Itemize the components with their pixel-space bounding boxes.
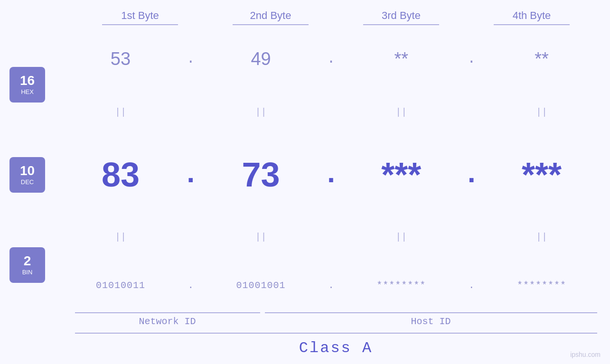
bin-b1: 01010011 <box>73 280 168 291</box>
dec-row: 83 . 73 . *** . *** <box>66 155 596 194</box>
bin-sep-1: . <box>181 280 200 291</box>
hex-sep-1: . <box>181 51 200 67</box>
bracket-2 <box>218 24 323 25</box>
eq1-b2: || <box>214 107 309 118</box>
class-bracket-line <box>75 333 597 334</box>
dec-b2: 73 <box>214 155 309 194</box>
eq1-b1: || <box>73 107 168 118</box>
network-host-labels: Network ID Host ID <box>75 316 597 327</box>
bracket-1 <box>88 24 192 25</box>
equals-row-1: || || || || <box>66 107 596 118</box>
hex-b1: 53 <box>73 49 168 69</box>
bottom-bracket-lines <box>75 312 597 313</box>
byte-1-label: 1st Byte <box>88 9 192 22</box>
eq2-b4: || <box>494 232 589 243</box>
hex-sep-2: . <box>321 51 340 67</box>
eq1-b4: || <box>494 107 589 118</box>
dec-b3: *** <box>354 155 449 194</box>
dec-b4: *** <box>494 155 589 194</box>
eq2-b3: || <box>354 232 449 243</box>
hex-badge-number: 16 <box>20 74 35 87</box>
bin-sep-3: . <box>462 280 481 291</box>
dec-badge-number: 10 <box>20 164 35 177</box>
hex-b2: 49 <box>214 49 309 69</box>
dec-badge-type: DEC <box>21 178 34 186</box>
byte-2-label: 2nd Byte <box>218 9 323 22</box>
bin-sep-2: . <box>321 280 340 291</box>
byte-3-label: 3rd Byte <box>349 9 453 22</box>
hex-badge: 16 HEX <box>9 67 45 103</box>
eq2-b2: || <box>214 232 309 243</box>
bin-row: 01010011 . 01001001 . ******** . *******… <box>66 280 596 291</box>
host-id-label: Host ID <box>265 316 597 327</box>
bracket-4 <box>479 24 584 25</box>
dec-sep-2: . <box>321 160 340 189</box>
class-label: Class A <box>75 339 597 357</box>
network-bracket-line <box>75 312 260 313</box>
header-brackets <box>75 24 597 25</box>
bin-b4: ******** <box>494 280 589 291</box>
bin-badge-number: 2 <box>24 254 31 268</box>
eq1-b3: || <box>354 107 449 118</box>
hex-row: 53 . 49 . ** . ** <box>66 49 596 69</box>
hex-b3: ** <box>354 49 449 69</box>
dec-b1: 83 <box>73 155 168 194</box>
dec-sep-3: . <box>462 160 481 189</box>
bracket-3 <box>349 24 453 25</box>
bin-badge-type: BIN <box>22 269 33 276</box>
hex-badge-type: HEX <box>21 88 34 95</box>
dec-sep-1: . <box>181 160 200 189</box>
hex-sep-3: . <box>462 51 481 67</box>
byte-headers: 1st Byte 2nd Byte 3rd Byte 4th Byte <box>75 9 597 22</box>
bin-b3: ******** <box>354 280 449 291</box>
byte-4-label: 4th Byte <box>479 9 584 22</box>
hex-b4: ** <box>494 49 589 69</box>
network-id-label: Network ID <box>75 316 260 327</box>
network-host-section: Network ID Host ID <box>75 312 597 327</box>
bin-b2: 01001001 <box>214 280 309 291</box>
eq2-b1: || <box>73 232 168 243</box>
equals-row-2: || || || || <box>66 232 596 243</box>
class-section: Class A <box>75 333 597 357</box>
dec-badge: 10 DEC <box>9 157 45 193</box>
bin-badge: 2 BIN <box>9 247 45 283</box>
badges-column: 16 HEX 10 DEC 2 BIN <box>0 30 66 310</box>
watermark: ipshu.com <box>570 351 601 358</box>
host-bracket-line <box>265 312 597 313</box>
main-container: 1st Byte 2nd Byte 3rd Byte 4th Byte 16 H… <box>0 0 610 364</box>
